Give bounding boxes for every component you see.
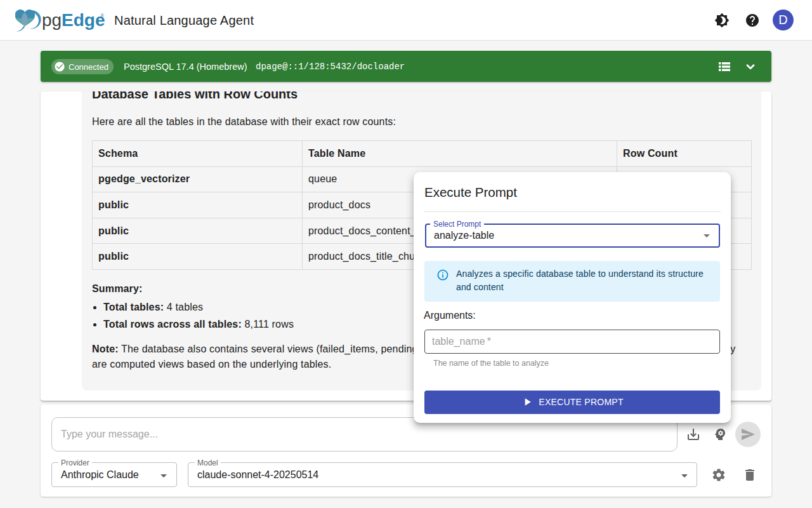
svg-text:Edge: Edge — [62, 10, 105, 30]
svg-text:®: ® — [101, 13, 105, 18]
svg-text:pg: pg — [42, 10, 62, 30]
